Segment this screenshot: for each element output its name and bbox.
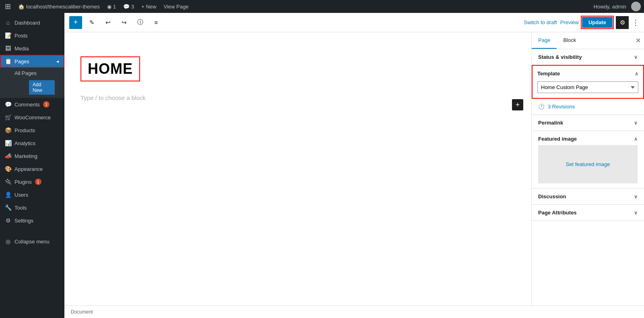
featured-image-section: Featured image ∧ Set featured image [532,131,644,189]
view-page[interactable]: View Page [162,4,190,10]
pages-submenu: All Pages Add New [0,68,64,98]
tools-icon: 🔧 [5,204,11,211]
update-button[interactable]: Update [582,17,613,28]
comment-bubbles[interactable]: 💬 3 [122,4,136,10]
block-placeholder[interactable]: Type / to choose a block [80,94,515,101]
pages-arrow-icon: ◄ [56,59,60,64]
discussion-header[interactable]: Discussion ∨ [538,193,638,200]
sidebar-item-analytics[interactable]: 📊 Analytics [0,137,64,150]
site-url[interactable]: 🏠 localhost/themescaliber-themes [17,4,101,10]
info-button[interactable]: ⓘ [134,16,147,29]
sidebar-item-plugins[interactable]: 🔌 Plugins 1 [0,175,64,188]
dashboard-icon: ⌂ [5,19,11,26]
revisions-clock-icon: 🕐 [538,104,545,110]
editor-footer: Document [64,306,644,318]
settings-icon: ⚙ [5,217,11,224]
template-header[interactable]: Template ∧ [537,71,638,77]
settings-button[interactable]: ⚙ [616,16,629,29]
more-options-button[interactable]: ⋮ [632,18,639,27]
submenu-all-pages[interactable]: All Pages [0,68,64,79]
permalink-section: Permalink ∨ [532,115,644,131]
switch-to-draft-button[interactable]: Switch to draft [524,19,557,25]
page-attributes-chevron-icon: ∨ [634,210,638,216]
template-chevron-up-icon: ∧ [635,71,638,77]
featured-image-chevron-up-icon: ∧ [634,136,638,142]
add-block-button[interactable]: + [69,16,82,29]
right-panel: Page Block ✕ Status & visibility ∨ Templ… [531,32,644,306]
sidebar-item-users[interactable]: 👤 Users [0,188,64,201]
woocommerce-icon: 🛒 [5,114,11,121]
wp-logo[interactable]: ⊞ [3,2,12,11]
editor-area: HOME Type / to choose a block + [64,32,531,306]
posts-icon: 📝 [5,32,11,39]
status-visibility-chevron-icon: ∨ [634,54,638,60]
sidebar-item-dashboard[interactable]: ⌂ Dashboard [0,16,64,29]
add-block-floating-button[interactable]: + [512,99,523,110]
preview-button[interactable]: Preview [560,19,579,25]
tab-page[interactable]: Page [532,32,557,49]
comments-badge: 3 [43,101,50,108]
page-title: HOME [88,60,133,77]
editor-toolbar: + ✎ ↩ ↪ ⓘ ≡ Switch to draft Preview Upda… [64,13,644,32]
edit-tool-button[interactable]: ✎ [85,16,98,29]
template-section: Template ∧ Home Custom Page Default Temp… [532,65,644,99]
comments-count[interactable]: ◉ 1 [105,4,118,10]
new-item[interactable]: + New [140,4,158,10]
avatar [631,2,641,11]
discussion-section: Discussion ∨ [532,189,644,205]
users-icon: 👤 [5,191,11,198]
permalink-header[interactable]: Permalink ∨ [538,120,638,126]
page-attributes-header[interactable]: Page Attributes ∨ [538,210,638,216]
sidebar-item-marketing[interactable]: 📣 Marketing [0,150,64,162]
status-visibility-header[interactable]: Status & visibility ∨ [538,54,638,60]
panel-header: Page Block ✕ [532,32,644,49]
media-icon: 🖼 [5,45,11,52]
tab-block[interactable]: Block [557,32,582,49]
comments-icon: 💬 [5,101,11,108]
document-label: Document [71,309,93,315]
revisions-row[interactable]: 🕐 3 Revisions [538,104,638,110]
page-title-block[interactable]: HOME [80,56,140,81]
appearance-icon: 🎨 [5,166,11,172]
redo-button[interactable]: ↪ [118,16,130,29]
set-featured-image-button[interactable]: Set featured image [538,145,638,183]
sidebar-item-media[interactable]: 🖼 Media [0,42,64,55]
main-content: + ✎ ↩ ↪ ⓘ ≡ Switch to draft Preview Upda… [64,13,644,318]
admin-bar: ⊞ 🏠 localhost/themescaliber-themes ◉ 1 💬… [0,0,644,13]
undo-button[interactable]: ↩ [101,16,114,29]
sidebar-item-posts[interactable]: 📝 Posts [0,29,64,42]
sidebar-item-tools[interactable]: 🔧 Tools [0,201,64,214]
plugins-badge: 1 [35,179,41,185]
analytics-icon: 📊 [5,140,11,146]
submenu-add-new-wrapper: Add New [0,79,64,98]
plugins-icon: 🔌 [5,179,11,185]
products-icon: 📦 [5,127,11,133]
sidebar-item-appearance[interactable]: 🎨 Appearance [0,162,64,175]
revisions-section: 🕐 3 Revisions [532,99,644,115]
collapse-menu-item[interactable]: ◎ Collapse menu [0,235,64,248]
sidebar-item-comments[interactable]: 💬 Comments 3 [0,98,64,111]
marketing-icon: 📣 [5,153,11,159]
editor-canvas: HOME Type / to choose a block [64,32,531,306]
pages-icon: 📋 [5,58,11,64]
sidebar-item-pages[interactable]: 📋 Pages ◄ [0,55,64,68]
status-visibility-section: Status & visibility ∨ [532,49,644,65]
sidebar-item-settings[interactable]: ⚙ Settings [0,214,64,227]
sidebar-item-woocommerce[interactable]: 🛒 WooCommerce [0,111,64,124]
sidebar-item-products[interactable]: 📦 Products [0,124,64,137]
template-select[interactable]: Home Custom Page Default Template Full W… [537,81,638,93]
page-attributes-section: Page Attributes ∨ [532,205,644,221]
permalink-chevron-icon: ∨ [634,120,638,126]
featured-image-header[interactable]: Featured image ∧ [538,136,638,142]
sidebar: ⌂ Dashboard 📝 Posts 🖼 Media 📋 Pages ◄ Al… [0,13,64,318]
discussion-chevron-icon: ∨ [634,194,638,200]
list-view-button[interactable]: ≡ [150,16,163,29]
howdy-user[interactable]: Howdy, admin [592,4,628,10]
collapse-icon: ◎ [5,238,11,245]
panel-close-button[interactable]: ✕ [636,37,641,44]
submenu-add-new[interactable]: Add New [29,80,55,95]
